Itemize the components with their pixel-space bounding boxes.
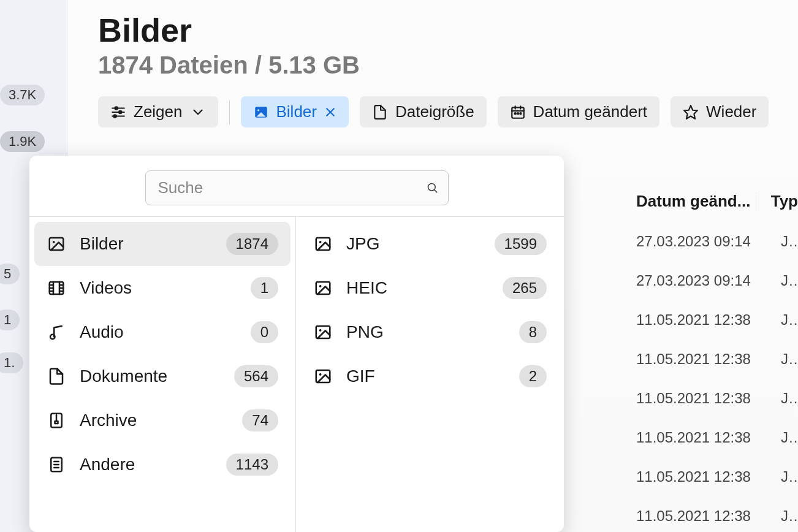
show-label: Zeigen (134, 102, 183, 121)
datemod-label: Datum geändert (533, 102, 647, 121)
filter-images-chip[interactable]: Bilder (241, 96, 349, 127)
video-icon (47, 278, 66, 298)
filter-icon (110, 104, 126, 120)
subtype-item-gif[interactable]: GIF2 (301, 354, 559, 398)
show-dropdown-button[interactable]: Zeigen (98, 96, 218, 127)
subtype-item-jpg[interactable]: JPG1599 (301, 222, 559, 266)
image-icon (313, 234, 333, 254)
subtype-item-png[interactable]: PNG8 (301, 310, 559, 354)
filter-dropdown-panel: Bilder1874Videos1Audio0Dokumente564Archi… (29, 156, 564, 532)
image-icon (313, 278, 333, 298)
category-item-audio[interactable]: Audio0 (34, 310, 291, 354)
subtype-item-heic[interactable]: HEIC265 (301, 266, 559, 310)
cell-type: JPEG Im... (766, 390, 798, 407)
toolbar-divider (229, 100, 230, 124)
category-count: 74 (242, 409, 278, 431)
other-icon (47, 455, 66, 474)
cell-type: JPEG Im... (766, 233, 798, 250)
close-icon[interactable] (324, 106, 336, 118)
category-label: Dokumente (80, 367, 221, 386)
archive-icon (47, 411, 66, 430)
cell-type: JPEG Im... (766, 351, 798, 368)
sidebar-badge[interactable]: 5 (0, 264, 20, 284)
category-item-videos[interactable]: Videos1 (34, 266, 291, 310)
category-count: 1143 (226, 454, 278, 476)
document-icon (47, 367, 66, 386)
table-row[interactable]: 27.03.2023 09:14JPEG Im... (631, 222, 798, 261)
cell-date: 11.05.2021 12:38 (631, 507, 766, 525)
table-row[interactable]: 11.05.2021 12:38JPEG Im... (631, 418, 798, 457)
sidebar-badge[interactable]: 1.9K (0, 131, 45, 152)
cell-date: 27.03.2023 09:14 (631, 272, 766, 289)
category-item-bilder[interactable]: Bilder1874 (34, 222, 291, 266)
column-header-date[interactable]: Datum geänd... (631, 192, 756, 211)
table-row[interactable]: 11.05.2021 12:38JPEG Im... (631, 300, 798, 340)
cell-type: JPEG Im... (766, 468, 798, 485)
page-title: Bilder (98, 11, 798, 49)
restore-label: Wieder (706, 102, 756, 121)
filesize-label: Dateigröße (395, 102, 474, 121)
sidebar-badge[interactable]: 1 (0, 310, 20, 330)
subtype-count: 265 (503, 277, 547, 299)
table-header: Datum geänd... Typ (631, 181, 798, 222)
file-icon (372, 104, 388, 120)
star-icon (683, 104, 699, 120)
subtype-count: 8 (519, 321, 547, 343)
cell-date: 11.05.2021 12:38 (631, 311, 766, 329)
cell-date: 11.05.2021 12:38 (631, 390, 766, 407)
category-item-archive[interactable]: Archive74 (34, 398, 291, 443)
table-row[interactable]: 11.05.2021 12:38JPEG Im... (631, 457, 798, 496)
cell-type: JPEG Im... (766, 272, 798, 289)
subtype-count: 2 (519, 365, 547, 387)
category-item-dokumente[interactable]: Dokumente564 (34, 354, 291, 398)
search-icon (427, 182, 439, 194)
datemod-button[interactable]: Datum geändert (498, 96, 659, 127)
image-icon (313, 322, 333, 342)
search-wrap (29, 156, 564, 216)
image-icon (313, 367, 333, 386)
category-label: Audio (80, 322, 237, 342)
category-list: Bilder1874Videos1Audio0Dokumente564Archi… (29, 217, 296, 532)
cell-date: 11.05.2021 12:38 (631, 468, 766, 485)
table-row[interactable]: 11.05.2021 12:38JPEG Im... (631, 340, 798, 379)
cell-type: JPEG Im (766, 507, 798, 525)
page-subtitle: 1874 Dateien / 5.13 GB (98, 51, 798, 79)
sidebar-badge[interactable]: 1. (0, 352, 23, 373)
file-table: Datum geänd... Typ 27.03.2023 09:14JPEG … (631, 181, 798, 532)
table-row[interactable]: 27.03.2023 09:14JPEG Im... (631, 261, 798, 300)
subtype-list: JPG1599HEIC265PNG8GIF2 (296, 217, 564, 532)
category-label: Bilder (80, 234, 213, 254)
category-label: Videos (80, 278, 237, 298)
subtype-label: HEIC (346, 278, 489, 298)
subtype-label: JPG (346, 234, 481, 254)
calendar-icon (510, 104, 526, 120)
search-box (145, 170, 449, 205)
cell-date: 27.03.2023 09:14 (631, 233, 766, 250)
table-row[interactable]: 11.05.2021 12:38JPEG Im (631, 496, 798, 532)
subtype-label: PNG (346, 322, 506, 342)
category-count: 0 (251, 321, 278, 343)
image-icon (253, 104, 269, 120)
dropdown-split: Bilder1874Videos1Audio0Dokumente564Archi… (29, 216, 564, 532)
cell-type: JPEG Im... (766, 429, 798, 446)
sidebar-badge[interactable]: 3.7K (0, 85, 45, 105)
audio-icon (47, 322, 66, 342)
subtype-label: GIF (346, 367, 506, 386)
category-label: Andere (80, 455, 213, 474)
filter-images-label: Bilder (276, 102, 317, 121)
category-count: 1 (251, 277, 278, 299)
search-input[interactable] (145, 170, 449, 205)
category-item-andere[interactable]: Andere1143 (34, 443, 291, 487)
chevron-down-icon (190, 104, 206, 120)
restore-button[interactable]: Wieder (671, 96, 769, 127)
column-header-type[interactable]: Typ (756, 192, 798, 211)
cell-date: 11.05.2021 12:38 (631, 429, 766, 446)
category-count: 1874 (226, 233, 278, 255)
toolbar: Zeigen Bilder Dateigröße Datum geändert … (98, 96, 798, 127)
filesize-button[interactable]: Dateigröße (360, 96, 487, 127)
category-count: 564 (234, 365, 278, 387)
image-icon (47, 234, 66, 254)
category-label: Archive (80, 411, 229, 430)
cell-date: 11.05.2021 12:38 (631, 351, 766, 368)
table-row[interactable]: 11.05.2021 12:38JPEG Im... (631, 379, 798, 418)
